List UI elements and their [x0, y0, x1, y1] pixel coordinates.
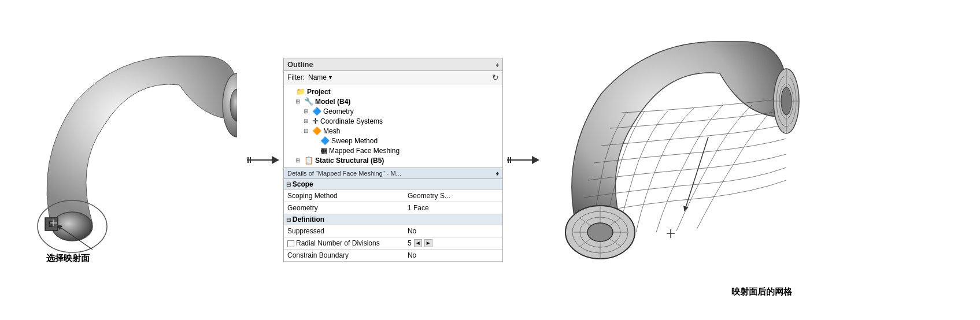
radial-value: 5: [408, 239, 412, 247]
left-annotation: 选择映射面: [46, 253, 90, 264]
details-pin-icon[interactable]: ♦: [495, 170, 499, 177]
row-label: Scoping Method: [284, 190, 404, 202]
details-row: Constrain BoundaryNo: [284, 250, 502, 262]
section-header-cell[interactable]: ⊟ Scope: [284, 179, 502, 190]
right-pipe-area: 映射面后的网格: [543, 10, 804, 310]
panels-area: Outline ♦ Filter: Name ▼ ↻ 📁Project⊞🔧Mod…: [283, 58, 503, 262]
tree-item[interactable]: ⊞📋Static Structural (B5): [295, 155, 499, 165]
arrow-left-svg: [246, 151, 280, 169]
tree-item[interactable]: 📁Project: [287, 87, 499, 96]
tree-area: 📁Project⊞🔧Model (B4)⊞🔷Geometry⊞✛Coordina…: [284, 84, 502, 168]
left-label: 选择映射面: [46, 253, 90, 263]
left-pipe-svg: [17, 44, 237, 276]
svg-line-36: [685, 137, 708, 209]
tree-node-icon: 🔷: [312, 107, 321, 116]
tree-node-label: Static Structural (B5): [315, 157, 384, 165]
tree-item[interactable]: ⊟🔶Mesh: [304, 126, 499, 136]
right-label: 映射面后的网格: [731, 286, 792, 296]
row-label: Suppressed: [284, 225, 404, 237]
left-pipe-area: 选择映射面: [12, 10, 243, 310]
tree-node-label: Mapped Face Meshing: [329, 147, 400, 155]
section-toggle-icon[interactable]: ⊟: [286, 217, 293, 223]
details-panel: Details of "Mapped Face Meshing" - M... …: [283, 168, 503, 262]
details-row: ⊟ Scope: [284, 179, 502, 190]
svg-point-27: [587, 223, 613, 241]
svg-point-33: [781, 87, 792, 115]
row-value: No: [404, 225, 502, 237]
filter-dropdown[interactable]: Name ▼: [308, 73, 333, 81]
tree-node-icon: 📁: [296, 87, 305, 96]
radial-value-cell: 5◄►: [404, 237, 502, 250]
svg-marker-14: [532, 156, 539, 164]
radial-label-cell: Radial Number of Divisions: [284, 237, 404, 250]
tree-expand-icon[interactable]: ⊞: [295, 98, 302, 105]
outline-pin-icon[interactable]: ♦: [495, 61, 499, 68]
radial-checkbox[interactable]: [287, 240, 294, 247]
tree-node-icon: ▦: [320, 146, 327, 155]
tree-node-label: Geometry: [323, 107, 354, 116]
row-label: Geometry: [284, 202, 404, 214]
tree-node-label: Sweep Method: [331, 137, 378, 145]
tree-item[interactable]: 🔷Sweep Method: [312, 136, 499, 146]
details-row: ⊟ Definition: [284, 214, 502, 225]
radial-increment-button[interactable]: ►: [424, 239, 432, 247]
filter-bar: Filter: Name ▼ ↻: [284, 71, 502, 84]
svg-marker-10: [272, 156, 279, 164]
outline-title: Outline: [287, 60, 313, 69]
tree-node-icon: ✛: [312, 117, 319, 125]
section-header-cell[interactable]: ⊟ Definition: [284, 214, 502, 225]
main-container: 选择映射面 Outline ♦ Filter: Name ▼: [0, 0, 980, 320]
filter-chevron-icon: ▼: [328, 75, 333, 80]
radial-label: Radial Number of Divisions: [296, 239, 380, 247]
right-label-container: 映射面后的网格: [731, 286, 792, 297]
tree-expand-icon[interactable]: ⊞: [304, 108, 310, 114]
radial-value-container: 5◄►: [408, 239, 499, 247]
tree-node-label: Mesh: [323, 127, 340, 135]
tree-node-icon: 🔶: [312, 126, 321, 135]
section-toggle-icon[interactable]: ⊟: [286, 181, 293, 188]
tree-item[interactable]: ▦Mapped Face Meshing: [312, 146, 499, 155]
tree-node-label: Coordinate Systems: [320, 117, 383, 125]
right-pipe-svg: [546, 36, 801, 284]
tree-node-icon: 🔷: [320, 136, 330, 145]
tree-expand-icon[interactable]: ⊞: [295, 157, 302, 163]
section-label: Definition: [293, 215, 324, 224]
details-row: Geometry1 Face: [284, 202, 502, 214]
details-row: Radial Number of Divisions5◄►: [284, 237, 502, 250]
details-title-bar: Details of "Mapped Face Meshing" - M... …: [284, 168, 502, 179]
outline-panel: Outline ♦ Filter: Name ▼ ↻ 📁Project⊞🔧Mod…: [283, 58, 503, 168]
details-row: Scoping MethodGeometry S...: [284, 190, 502, 202]
outline-title-bar: Outline ♦: [284, 58, 502, 71]
section-label: Scope: [293, 180, 313, 188]
details-row: SuppressedNo: [284, 225, 502, 237]
tree-item[interactable]: ⊞✛Coordinate Systems: [304, 116, 499, 126]
tree-node-label: Model (B4): [315, 98, 350, 106]
radial-decrement-button[interactable]: ◄: [414, 239, 422, 247]
tree-expand-icon[interactable]: ⊞: [304, 118, 310, 124]
row-value: No: [404, 250, 502, 262]
arrow-left-to-panels: [246, 151, 280, 169]
details-table: ⊟ ScopeScoping MethodGeometry S...Geomet…: [284, 179, 502, 262]
details-title: Details of "Mapped Face Meshing" - M...: [287, 170, 401, 177]
tree-node-icon: 📋: [304, 156, 313, 165]
filter-value: Name: [308, 73, 327, 81]
row-label: Constrain Boundary: [284, 250, 404, 262]
tree-item[interactable]: ⊞🔧Model (B4): [295, 96, 499, 106]
row-value: Geometry S...: [404, 190, 502, 202]
arrow-right-svg: [506, 151, 541, 169]
tree-node-label: Project: [307, 88, 331, 96]
refresh-icon[interactable]: ↻: [492, 73, 499, 82]
row-value: 1 Face: [404, 202, 502, 214]
filter-label: Filter:: [287, 73, 305, 81]
tree-item[interactable]: ⊞🔷Geometry: [304, 106, 499, 116]
tree-node-icon: 🔧: [304, 97, 313, 106]
arrow-panels-to-right: [506, 151, 541, 169]
tree-expand-icon[interactable]: ⊟: [304, 128, 310, 134]
